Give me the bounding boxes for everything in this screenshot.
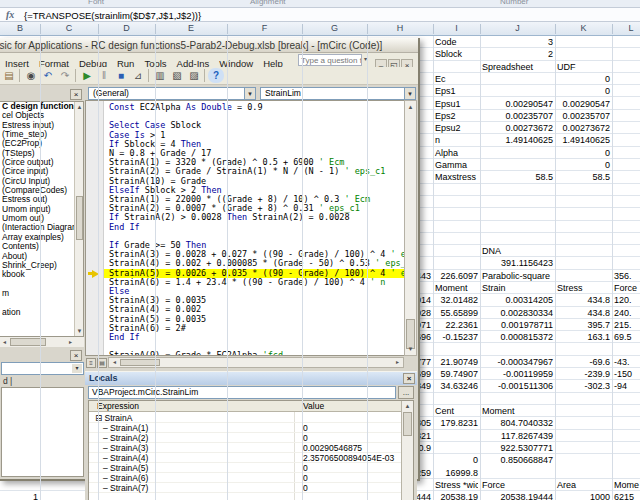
spreadsheet-cell[interactable]: 0.00314205 — [482, 294, 553, 306]
chevron-down-icon[interactable]: ▾ — [404, 88, 415, 99]
spreadsheet-cell[interactable]: 0.850668847 — [482, 454, 553, 466]
locals-row[interactable]: – StrainA(6)0Double — [89, 473, 413, 483]
code-vertical-scrollbar[interactable]: ▲ ▼ — [404, 100, 417, 356]
spreadsheet-cell[interactable]: Spreadsheet — [482, 61, 553, 73]
locals-row[interactable]: – StrainA(2)0Double — [89, 433, 413, 443]
spreadsheet-cell[interactable]: -94 — [614, 380, 640, 392]
code-line[interactable]: Else — [104, 287, 404, 296]
locals-row[interactable]: – StrainA(3)0.00290546875Double — [89, 443, 413, 453]
spreadsheet-cell[interactable]: 20538.19 — [435, 491, 478, 500]
vbe-title-bar[interactable]: Microsoft Visual Basic for Applications … — [0, 38, 418, 53]
spreadsheet-cell[interactable]: 3 — [482, 36, 553, 48]
redo-icon[interactable]: ↷ — [57, 68, 73, 83]
spreadsheet-cell[interactable]: 20538.19444 — [482, 491, 553, 500]
spreadsheet-cell[interactable]: Maxstress — [435, 171, 478, 183]
spreadsheet-cell[interactable]: -302.3 — [557, 380, 610, 392]
project-tree-item[interactable] — [0, 280, 83, 289]
spreadsheet-cell[interactable]: 434.8 — [557, 294, 610, 306]
locals-expression[interactable]: – StrainA(7) — [99, 483, 148, 494]
project-tree-item[interactable]: m — [0, 289, 83, 298]
spreadsheet-cell[interactable]: Area — [557, 479, 610, 491]
code-line[interactable] — [104, 232, 404, 241]
spreadsheet-cell[interactable]: 922.5307771 — [482, 442, 553, 454]
spreadsheet-cell[interactable]: 22.2361 — [435, 319, 478, 331]
spreadsheet-cell[interactable]: 58.5 — [557, 171, 610, 183]
spreadsheet-cell[interactable]: -0.001511306 — [482, 380, 553, 392]
spreadsheet-cell[interactable]: 226.6097 — [435, 270, 478, 282]
menu-item-debug[interactable]: Debug — [74, 57, 112, 67]
reset-icon[interactable]: ■ — [113, 68, 129, 83]
spreadsheet-cell[interactable]: n — [435, 134, 478, 146]
project-close-icon[interactable]: × — [70, 89, 82, 100]
locals-browse-button[interactable]: ... — [398, 386, 414, 399]
locals-row[interactable]: ⊟ StrainADouble(1 to 10) — [89, 413, 413, 423]
spreadsheet-cell[interactable]: 0 — [557, 73, 610, 85]
code-line[interactable]: StrainA(3) = 0.0028 + 0.027 * ((90 - Gra… — [104, 250, 404, 259]
code-line[interactable]: StrainA(5) = 0.0035 — [104, 315, 404, 324]
spreadsheet-cell[interactable]: 356. — [614, 270, 640, 282]
code-line[interactable]: If StrainA(2) > 0.0028 Then StrainA(2) =… — [104, 213, 404, 222]
spreadsheet-cell[interactable]: 804.7040332 — [482, 417, 553, 429]
spreadsheet-cell[interactable]: 0.001978711 — [482, 319, 553, 331]
spreadsheet-cell[interactable]: 395.7 — [557, 319, 610, 331]
spreadsheet-cell[interactable]: Mome — [614, 479, 640, 491]
minimize-icon[interactable]: – — [375, 59, 387, 67]
code-line[interactable]: StrainA(2) = Grade / StrainA(1) * N / (N… — [104, 167, 404, 176]
spreadsheet-cell[interactable]: Ec — [435, 73, 478, 85]
code-line[interactable]: StrainA(1) = 3320 * (Grade) ^ 0.5 + 6900… — [104, 158, 404, 167]
restore-icon[interactable]: ◱ — [388, 59, 400, 67]
code-line[interactable]: StrainA(3) = 0.0035 — [104, 296, 404, 305]
code-line[interactable]: Select Case Sblock — [104, 121, 404, 130]
spreadsheet-cell[interactable]: 0.00290547 — [482, 98, 553, 110]
spreadsheet-cell[interactable]: 2 — [482, 48, 553, 60]
properties-window-icon[interactable]: ▧ — [169, 68, 185, 83]
code-line[interactable] — [104, 112, 404, 121]
spreadsheet-cell[interactable]: Cent — [435, 405, 478, 417]
spreadsheet-cell[interactable]: Sblock — [435, 48, 478, 60]
spreadsheet-cell[interactable]: 58.5 — [482, 171, 553, 183]
menu-item-run[interactable]: Run — [112, 57, 139, 67]
spreadsheet-cell[interactable]: -0.15237 — [435, 331, 478, 343]
spreadsheet-cell[interactable]: 0.002830334 — [482, 307, 553, 319]
code-line[interactable] — [104, 342, 404, 351]
code-line[interactable]: StrainA(6) = 1.4 + 23.4 * ((90 - Grade) … — [104, 278, 404, 287]
spreadsheet-cell[interactable]: -0.000347967 — [482, 356, 553, 368]
help-icon[interactable]: ? — [208, 68, 224, 83]
spreadsheet-cell[interactable]: UDF — [557, 61, 610, 73]
spreadsheet-cell[interactable]: 391.1156423 — [482, 257, 553, 269]
code-line[interactable]: Const EC2Alpha As Double = 0.9 — [104, 103, 404, 112]
project-tree-item[interactable]: ation — [0, 308, 83, 317]
menu-item-insert[interactable]: Insert — [0, 57, 34, 67]
spreadsheet-cell[interactable]: Moment — [435, 282, 478, 294]
locals-vertical-scrollbar[interactable]: ▲ ▼ — [401, 401, 413, 500]
spreadsheet-cell[interactable]: Strain — [482, 282, 553, 294]
spreadsheet-cell[interactable]: 0.00235707 — [557, 110, 610, 122]
spreadsheet-cell[interactable]: Parabolic-square — [482, 270, 553, 282]
spreadsheet-cell[interactable]: -43. — [614, 356, 640, 368]
help-search-input[interactable]: Type a question for help — [298, 54, 362, 66]
spreadsheet-cell[interactable]: Epsu1 — [435, 98, 478, 110]
code-margin[interactable] — [86, 101, 104, 356]
spreadsheet-cell[interactable]: -69.6 — [557, 356, 610, 368]
spreadsheet-cell[interactable]: 0 — [557, 147, 610, 159]
code-line[interactable]: StrainA(10) = Grade — [104, 177, 404, 186]
spreadsheet-cell[interactable]: Gamma — [435, 159, 478, 171]
spreadsheet-cell[interactable]: 0 — [435, 454, 478, 466]
code-line[interactable]: Case Is > 1 — [104, 131, 404, 140]
spreadsheet-cell[interactable]: 1000 — [557, 491, 610, 500]
design-mode-icon[interactable]: ⊿ — [130, 68, 146, 83]
spreadsheet-cell[interactable]: 55.65899 — [435, 307, 478, 319]
spreadsheet-cell[interactable]: 21.90749 — [435, 356, 478, 368]
locals-column-header-expression[interactable]: Expression — [93, 401, 139, 412]
find-icon[interactable]: ◉ — [23, 68, 39, 83]
spreadsheet-cell[interactable]: Eps1 — [435, 85, 478, 97]
spreadsheet-cell[interactable]: -0.00119959 — [482, 368, 553, 380]
spreadsheet-cell[interactable]: 1.49140625 — [482, 134, 553, 146]
undo-icon[interactable]: ↶ — [40, 68, 56, 83]
spreadsheet-cell[interactable]: 215. — [614, 319, 640, 331]
spreadsheet-cell[interactable]: Force — [614, 282, 640, 294]
spreadsheet-cell[interactable]: Eps2 — [435, 110, 478, 122]
spreadsheet-cell[interactable]: Epsu2 — [435, 122, 478, 134]
spreadsheet-cell[interactable]: 120. — [614, 294, 640, 306]
locals-row[interactable]: – StrainA(1)0Double — [89, 423, 413, 433]
